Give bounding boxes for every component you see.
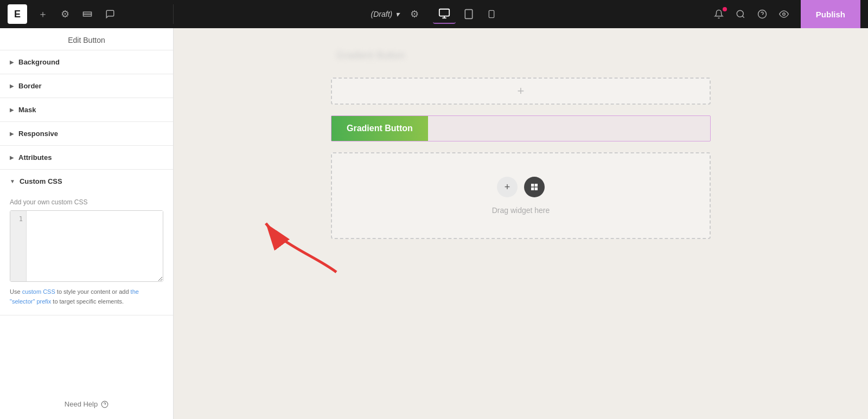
elementor-logo[interactable]: E: [8, 4, 27, 24]
section-custom-css: ▼ Custom CSS Add your own custom CSS 1 U…: [0, 170, 173, 315]
sidebar-title: Edit Button: [0, 28, 173, 50]
svg-point-9: [737, 10, 743, 17]
notifications-button[interactable]: [710, 6, 728, 22]
section-mask: ▶ Mask: [0, 98, 173, 122]
custom-css-hint: Add your own custom CSS: [10, 198, 163, 206]
canvas-inner: Gradient Button + Gradient Button + Drag…: [331, 50, 711, 239]
add-widget-button[interactable]: +: [497, 177, 518, 197]
custom-css-body: Add your own custom CSS 1 Use custom CSS…: [0, 193, 173, 315]
page-settings-button[interactable]: ⚙: [405, 5, 424, 23]
template-button[interactable]: [524, 177, 545, 197]
add-element-button[interactable]: ＋: [36, 5, 50, 23]
section-background-header[interactable]: ▶ Background: [0, 50, 173, 74]
section-mask-label: Mask: [18, 106, 36, 114]
topbar-center: (Draft) ▾ ⚙: [174, 4, 702, 24]
drop-zone-icons: +: [497, 177, 545, 197]
drop-zone-label: Drag widget here: [492, 206, 550, 215]
need-help-button[interactable]: Need Help: [0, 389, 173, 419]
section-custom-css-label: Custom CSS: [20, 177, 62, 185]
section-border-label: Border: [18, 82, 42, 90]
css-hint-text: Use custom CSS to style your content or …: [10, 287, 163, 306]
add-icon: +: [518, 84, 525, 98]
tablet-view-button[interactable]: [458, 5, 480, 23]
svg-point-13: [783, 13, 786, 16]
section-mask-header[interactable]: ▶ Mask: [0, 98, 173, 121]
section-border: ▶ Border: [0, 74, 173, 98]
topbar: E ＋ ⚙ (Draft) ▾ ⚙: [0, 0, 868, 28]
layers-button[interactable]: [80, 7, 94, 21]
help-circle-icon: [101, 401, 108, 408]
section-attributes: ▶ Attributes: [0, 146, 173, 170]
css-textarea[interactable]: [27, 211, 163, 281]
top-drop-zone[interactable]: +: [331, 78, 711, 105]
preview-button[interactable]: [775, 6, 793, 22]
custom-css-link[interactable]: custom CSS: [22, 288, 55, 295]
chevron-down-icon: ▾: [395, 10, 399, 18]
chevron-right-icon: ▶: [10, 154, 14, 160]
svg-rect-2: [439, 9, 449, 16]
publish-button[interactable]: Publish: [801, 0, 860, 28]
search-button[interactable]: [731, 6, 750, 22]
main-layout: Edit Button ▶ Background ▶ Border ▶ Mask: [0, 28, 868, 419]
topbar-left: E ＋ ⚙: [0, 4, 174, 24]
settings-button[interactable]: ⚙: [59, 6, 72, 22]
chat-button[interactable]: [103, 7, 117, 21]
chevron-right-icon: ▶: [10, 83, 14, 89]
line-numbers: 1: [10, 211, 27, 281]
section-responsive-label: Responsive: [18, 130, 58, 138]
mobile-view-button[interactable]: [482, 5, 501, 23]
bottom-drop-zone[interactable]: + Drag widget here: [331, 152, 711, 239]
chevron-right-icon: ▶: [10, 107, 14, 113]
notification-badge: [723, 7, 727, 11]
sidebar: Edit Button ▶ Background ▶ Border ▶ Mask: [0, 28, 174, 419]
selected-element-placeholder: [428, 116, 710, 141]
svg-line-10: [742, 16, 744, 17]
selected-element-row: Gradient Button: [331, 115, 711, 141]
css-editor[interactable]: 1: [10, 210, 163, 282]
section-responsive: ▶ Responsive: [0, 122, 173, 146]
gradient-button[interactable]: Gradient Button: [331, 116, 428, 141]
section-background-label: Background: [18, 58, 60, 66]
chevron-right-icon: ▶: [10, 131, 14, 137]
device-switcher: [433, 4, 501, 24]
topbar-right: Publish: [702, 0, 868, 28]
svg-rect-1: [84, 14, 92, 16]
desktop-view-button[interactable]: [433, 4, 456, 24]
draft-button[interactable]: (Draft) ▾: [366, 7, 405, 22]
blurred-heading: Gradient Button: [331, 50, 711, 61]
help-button[interactable]: [753, 6, 771, 22]
section-custom-css-header[interactable]: ▼ Custom CSS: [0, 170, 173, 193]
chevron-right-icon: ▶: [10, 59, 14, 65]
section-border-header[interactable]: ▶ Border: [0, 74, 173, 98]
canvas: Gradient Button + Gradient Button + Drag…: [174, 28, 868, 419]
section-background: ▶ Background: [0, 50, 173, 74]
section-responsive-header[interactable]: ▶ Responsive: [0, 122, 173, 145]
section-attributes-label: Attributes: [18, 153, 52, 162]
section-attributes-header[interactable]: ▶ Attributes: [0, 146, 173, 169]
chevron-down-icon: ▼: [10, 178, 15, 184]
